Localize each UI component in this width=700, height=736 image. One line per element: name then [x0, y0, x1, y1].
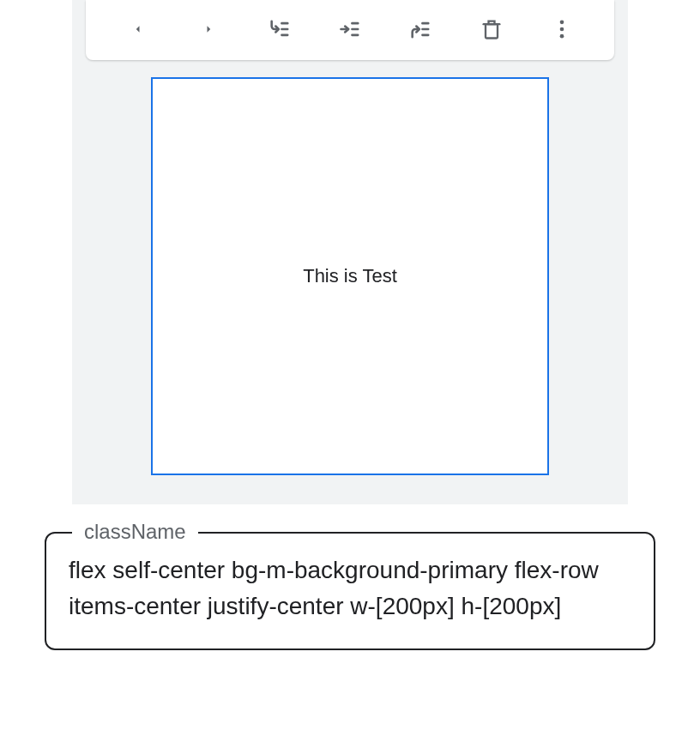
next-sibling-button[interactable] [188, 9, 229, 51]
more-button[interactable] [541, 9, 582, 51]
svg-rect-2 [281, 33, 288, 36]
classname-value: flex self-center bg-m-background-primary… [69, 552, 631, 624]
wrap-before-button[interactable] [259, 9, 300, 51]
selected-element[interactable]: This is Test [151, 77, 549, 475]
svg-rect-8 [421, 33, 429, 36]
delete-icon [480, 17, 504, 44]
property-panel: className flex self-center bg-m-backgrou… [45, 532, 655, 650]
svg-point-11 [559, 33, 564, 38]
svg-rect-4 [351, 27, 359, 30]
svg-point-10 [559, 27, 564, 31]
svg-rect-5 [351, 33, 359, 36]
wrap-into-button[interactable] [329, 9, 371, 51]
svg-rect-1 [281, 27, 288, 30]
wrap-after-button[interactable] [400, 9, 441, 51]
wrap-before-icon [268, 17, 292, 44]
more-icon [550, 17, 574, 44]
wrap-into-icon [338, 17, 362, 44]
classname-field[interactable]: className flex self-center bg-m-backgrou… [45, 532, 655, 650]
svg-rect-7 [421, 27, 429, 30]
caret-left-icon [130, 21, 146, 39]
prev-sibling-button[interactable] [118, 9, 159, 51]
svg-rect-0 [281, 21, 288, 24]
svg-point-9 [559, 20, 564, 24]
element-text: This is Test [303, 265, 397, 287]
wrap-after-icon [408, 17, 432, 44]
canvas-panel: This is Test [72, 0, 628, 504]
svg-rect-3 [351, 21, 359, 24]
caret-right-icon [201, 21, 216, 39]
delete-button[interactable] [471, 9, 512, 51]
element-toolbar [86, 0, 614, 60]
classname-label: className [72, 520, 198, 544]
svg-rect-6 [421, 21, 429, 24]
